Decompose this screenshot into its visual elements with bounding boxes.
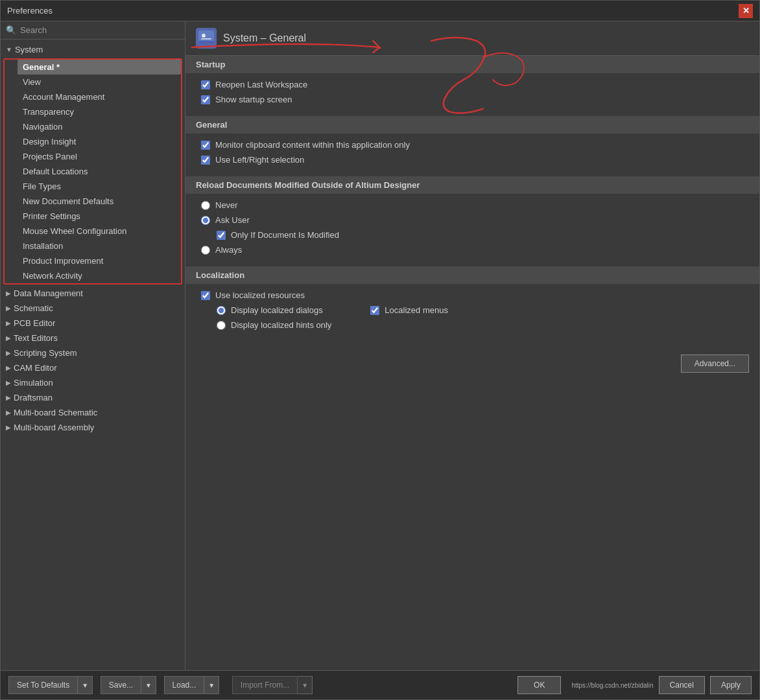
sidebar-item-installation[interactable]: Installation — [18, 239, 181, 253]
close-button[interactable]: ✕ — [739, 4, 753, 18]
network-activity-label: Network Activity — [23, 271, 82, 281]
sidebar-item-printer-settings[interactable]: Printer Settings — [18, 209, 181, 224]
load-dropdown[interactable]: ▼ — [204, 676, 219, 694]
title-bar: Preferences ✕ — [1, 1, 759, 21]
arrow-right-icon-cam: ▶ — [6, 364, 11, 371]
startup-section-content: Reopen Last Workspace Show startup scree… — [185, 73, 759, 116]
reload-docs-section-header: Reload Documents Modified Outside of Alt… — [185, 176, 759, 194]
sidebar-item-system[interactable]: ▼ System — [1, 42, 185, 57]
set-to-defaults-button[interactable]: Set To Defaults — [8, 676, 78, 694]
use-localized-row: Use localized resources — [201, 290, 744, 300]
always-radio[interactable] — [201, 246, 210, 255]
sidebar-item-simulation[interactable]: ▶ Simulation — [1, 375, 185, 390]
panel-title: System – General — [223, 32, 306, 44]
sidebar-item-product-improvement[interactable]: Product Improvement — [18, 253, 181, 268]
monitor-clipboard-row: Monitor clipboard content within this ap… — [201, 140, 744, 150]
localization-left-col: Display localized dialogs Display locali… — [217, 305, 331, 335]
only-if-modified-row: Only If Document Is Modified — [217, 230, 744, 240]
new-document-defaults-label: New Document Defaults — [23, 196, 113, 206]
settings-icon — [197, 29, 215, 47]
title-bar-title: Preferences — [7, 6, 53, 16]
arrow-right-icon-draft: ▶ — [6, 394, 11, 401]
only-if-modified-label: Only If Document Is Modified — [231, 230, 339, 240]
view-label: View — [23, 77, 41, 87]
sidebar-item-pcb-editor[interactable]: ▶ PCB Editor — [1, 316, 185, 331]
ask-user-radio[interactable] — [201, 216, 210, 225]
reopen-last-workspace-row: Reopen Last Workspace — [201, 80, 744, 89]
set-to-defaults-dropdown[interactable]: ▼ — [78, 676, 93, 694]
sidebar-item-cam-editor[interactable]: ▶ CAM Editor — [1, 360, 185, 375]
schematic-label: Schematic — [14, 303, 53, 313]
sidebar-item-mouse-wheel-config[interactable]: Mouse Wheel Configuration — [18, 224, 181, 239]
cancel-button[interactable]: Cancel — [659, 676, 705, 694]
only-if-modified-checkbox[interactable] — [217, 231, 226, 240]
sidebar-item-new-document-defaults[interactable]: New Document Defaults — [18, 194, 181, 209]
reopen-last-workspace-checkbox[interactable] — [201, 80, 210, 89]
sidebar-item-draftsman[interactable]: ▶ Draftsman — [1, 390, 185, 405]
load-button[interactable]: Load... — [164, 676, 205, 694]
multi-board-assembly-label: Multi-board Assembly — [14, 423, 94, 432]
sidebar-item-text-editors[interactable]: ▶ Text Editors — [1, 331, 185, 345]
bottom-bar: Set To Defaults ▼ Save... ▼ Load... ▼ Im… — [1, 670, 759, 699]
localization-section-header: Localization — [185, 266, 759, 284]
sidebar-item-navigation[interactable]: Navigation — [18, 119, 181, 134]
sidebar-item-scripting-system[interactable]: ▶ Scripting System — [1, 345, 185, 360]
display-hints-radio[interactable] — [217, 321, 226, 330]
localization-right-col: Localized menus — [370, 305, 448, 320]
cam-editor-label: CAM Editor — [14, 363, 56, 373]
right-panel: System – General Startup Reopen Last Wor… — [185, 21, 759, 670]
localized-menus-checkbox[interactable] — [370, 306, 379, 315]
advanced-button[interactable]: Advanced... — [681, 355, 749, 373]
transparency-label: Transparency — [23, 107, 74, 117]
never-label: Never — [215, 200, 238, 210]
show-startup-screen-checkbox[interactable] — [201, 95, 210, 104]
sidebar-item-account-management[interactable]: Account Management — [18, 89, 181, 104]
panel-icon — [196, 28, 217, 49]
display-dialogs-radio[interactable] — [217, 306, 226, 315]
never-row: Never — [201, 200, 744, 210]
sidebar: 🔍 ▼ System General * View — [1, 21, 185, 670]
sidebar-item-schematic[interactable]: ▶ Schematic — [1, 301, 185, 316]
sidebar-item-multi-board-schematic[interactable]: ▶ Multi-board Schematic — [1, 405, 185, 420]
save-dropdown[interactable]: ▼ — [141, 676, 156, 694]
printer-settings-label: Printer Settings — [23, 211, 80, 221]
design-insight-label: Design Insight — [23, 137, 76, 146]
use-localized-checkbox[interactable] — [201, 291, 210, 300]
general-section-content: Monitor clipboard content within this ap… — [185, 134, 759, 176]
import-from-dropdown[interactable]: ▼ — [298, 676, 313, 694]
use-left-right-checkbox[interactable] — [201, 156, 210, 165]
localized-menus-row: Localized menus — [370, 305, 448, 315]
use-left-right-row: Use Left/Right selection — [201, 155, 744, 165]
pcb-editor-label: PCB Editor — [14, 318, 55, 328]
localization-options: Display localized dialogs Display locali… — [217, 305, 744, 335]
sidebar-item-general[interactable]: General * — [18, 60, 181, 75]
svg-point-1 — [202, 34, 206, 38]
ok-button[interactable]: OK — [517, 676, 561, 694]
apply-button[interactable]: Apply — [710, 676, 752, 694]
save-button[interactable]: Save... — [101, 676, 141, 694]
sidebar-item-projects-panel[interactable]: Projects Panel — [18, 149, 181, 164]
use-left-right-label: Use Left/Right selection — [215, 155, 304, 165]
watermark: https://blog.csdn.net/zbidalin — [571, 682, 653, 689]
show-startup-screen-label: Show startup screen — [215, 95, 292, 104]
system-children: General * View Account Management Transp… — [3, 58, 182, 285]
sidebar-item-file-types[interactable]: File Types — [18, 179, 181, 194]
sidebar-item-default-locations[interactable]: Default Locations — [18, 164, 181, 179]
always-row: Always — [201, 245, 744, 255]
monitor-clipboard-checkbox[interactable] — [201, 141, 210, 150]
sidebar-item-design-insight[interactable]: Design Insight — [18, 134, 181, 149]
sidebar-item-multi-board-assembly[interactable]: ▶ Multi-board Assembly — [1, 420, 185, 435]
show-startup-screen-row: Show startup screen — [201, 95, 744, 104]
search-input[interactable] — [20, 25, 180, 35]
arrow-down-icon: ▼ — [6, 46, 12, 53]
sidebar-item-transparency[interactable]: Transparency — [18, 104, 181, 119]
sidebar-item-view[interactable]: View — [18, 75, 181, 89]
never-radio[interactable] — [201, 201, 210, 210]
save-group: Save... ▼ — [101, 676, 156, 694]
import-from-group: Import From... ▼ — [232, 676, 313, 694]
sidebar-item-data-management[interactable]: ▶ Data Management — [1, 286, 185, 301]
search-bar[interactable]: 🔍 — [1, 21, 185, 40]
multi-board-schematic-label: Multi-board Schematic — [14, 408, 97, 417]
sidebar-item-network-activity[interactable]: Network Activity — [18, 268, 181, 283]
import-from-button[interactable]: Import From... — [232, 676, 298, 694]
